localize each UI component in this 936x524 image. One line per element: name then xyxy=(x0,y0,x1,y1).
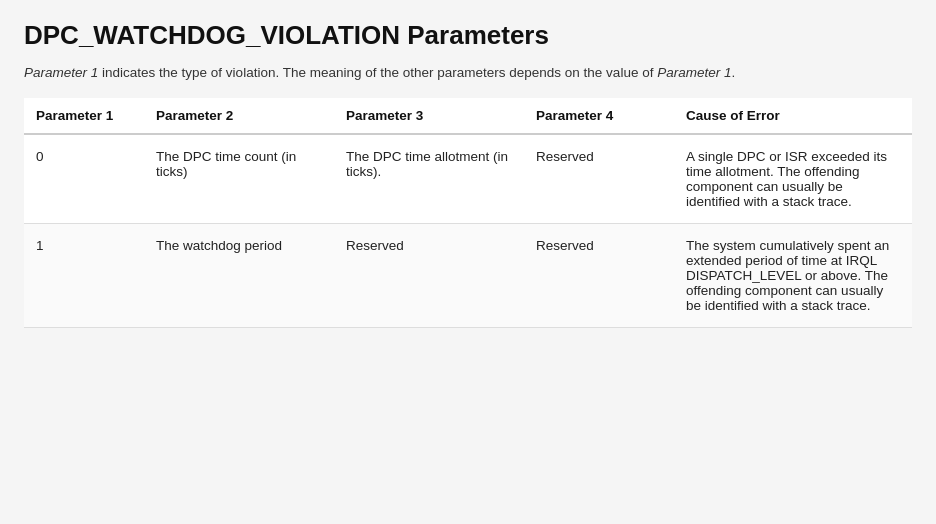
table-header-row: Parameter 1 Parameter 2 Parameter 3 Para… xyxy=(24,98,912,134)
cell-param3-1: Reserved xyxy=(334,224,524,328)
description-param1-italic: Parameter 1 xyxy=(24,65,98,80)
page-description: Parameter 1 indicates the type of violat… xyxy=(24,65,912,80)
cell-param2-0: The DPC time count (in ticks) xyxy=(144,134,334,224)
table-row: 1The watchdog periodReservedReservedThe … xyxy=(24,224,912,328)
cell-cause-1: The system cumulatively spent an extende… xyxy=(674,224,912,328)
header-cause: Cause of Error xyxy=(674,98,912,134)
header-param1: Parameter 1 xyxy=(24,98,144,134)
parameters-table: Parameter 1 Parameter 2 Parameter 3 Para… xyxy=(24,98,912,328)
cell-param3-0: The DPC time allotment (in ticks). xyxy=(334,134,524,224)
header-param2: Parameter 2 xyxy=(144,98,334,134)
header-param4: Parameter 4 xyxy=(524,98,674,134)
page-title: DPC_WATCHDOG_VIOLATION Parameters xyxy=(24,20,912,51)
cell-param4-0: Reserved xyxy=(524,134,674,224)
cell-cause-0: A single DPC or ISR exceeded its time al… xyxy=(674,134,912,224)
header-param3: Parameter 3 xyxy=(334,98,524,134)
cell-param2-1: The watchdog period xyxy=(144,224,334,328)
description-param1-italic2: Parameter 1 xyxy=(657,65,731,80)
description-middle-text: indicates the type of violation. The mea… xyxy=(98,65,657,80)
cell-param1-1: 1 xyxy=(24,224,144,328)
table-row: 0The DPC time count (in ticks)The DPC ti… xyxy=(24,134,912,224)
description-after-text: . xyxy=(731,65,735,80)
cell-param4-1: Reserved xyxy=(524,224,674,328)
cell-param1-0: 0 xyxy=(24,134,144,224)
